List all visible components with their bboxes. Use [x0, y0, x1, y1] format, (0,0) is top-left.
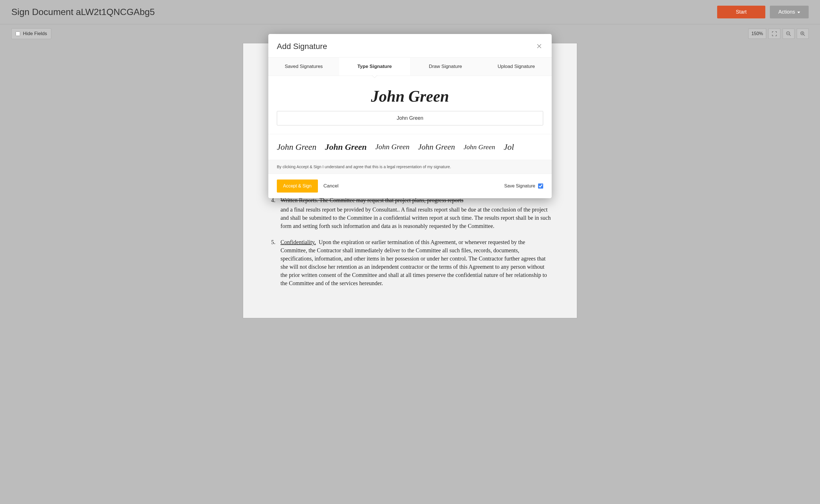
list-item: 4. Written Reports. The Committee may re… [269, 196, 551, 230]
close-icon [536, 43, 542, 49]
legal-disclaimer: By clicking Accept & Sign I understand a… [268, 160, 552, 174]
actions-label: Actions [778, 9, 795, 15]
page-header: Sign Document aLW2t1QNCGAbg5 Start Actio… [0, 0, 820, 24]
zoom-in-icon [800, 31, 806, 37]
signature-tabs: Saved Signatures Type Signature Draw Sig… [268, 57, 552, 76]
signature-preview-text: John Green [277, 87, 543, 105]
signature-style-option[interactable]: John Green [375, 143, 409, 151]
zoom-out-icon [786, 31, 791, 37]
item-number: 4. [269, 196, 275, 230]
modal-header: Add Signature [268, 34, 552, 57]
modal-title: Add Signature [277, 42, 327, 51]
signature-preview: John Green [268, 76, 552, 111]
svg-line-1 [789, 35, 791, 36]
zoom-out-button[interactable] [783, 29, 795, 39]
zoom-level[interactable]: 150% [748, 29, 766, 39]
signature-style-option[interactable]: John Green [418, 142, 455, 151]
modal-footer: Accept & Sign Cancel Save Signature [268, 174, 552, 198]
zoom-tools: 150% [748, 29, 809, 39]
section-body: Upon the expiration or earlier terminati… [280, 239, 547, 286]
accept-sign-button[interactable]: Accept & Sign [277, 180, 318, 193]
tab-upload-signature[interactable]: Upload Signature [481, 57, 552, 76]
signature-style-option[interactable]: John Green [325, 142, 367, 152]
signature-style-option[interactable]: John Green [464, 143, 495, 151]
hide-fields-label: Hide Fields [23, 31, 47, 37]
header-actions: Start Actions [717, 6, 809, 18]
fit-screen-icon [772, 31, 777, 37]
chevron-down-icon [797, 12, 800, 13]
signature-style-picker: John Green John Green John Green John Gr… [268, 134, 552, 160]
tab-type-signature[interactable]: Type Signature [339, 57, 410, 76]
svg-line-4 [804, 35, 805, 36]
save-signature-toggle[interactable]: Save Signature [504, 183, 543, 189]
hide-fields-toggle[interactable]: Hide Fields [11, 28, 51, 39]
hide-fields-checkbox[interactable] [16, 31, 20, 36]
start-button[interactable]: Start [717, 6, 765, 18]
signature-style-option[interactable]: John Green [277, 142, 316, 152]
actions-button[interactable]: Actions [770, 6, 809, 18]
close-button[interactable] [535, 42, 543, 51]
section-body: and a final results report be provided b… [280, 206, 551, 229]
zoom-in-button[interactable] [797, 29, 809, 39]
list-item: 5. Confidentiality. Upon the expiration … [269, 238, 551, 287]
save-signature-label: Save Signature [504, 183, 535, 189]
signature-name-input[interactable] [277, 111, 543, 125]
tab-draw-signature[interactable]: Draw Signature [410, 57, 481, 76]
page-title: Sign Document aLW2t1QNCGAbg5 [11, 7, 155, 17]
add-signature-modal: Add Signature Saved Signatures Type Sign… [268, 34, 552, 198]
signature-style-option[interactable]: Jol [504, 142, 514, 152]
item-number: 5. [269, 238, 275, 287]
section-title: Confidentiality. [280, 239, 316, 245]
signature-name-input-wrap [268, 111, 552, 134]
tab-saved-signatures[interactable]: Saved Signatures [268, 57, 339, 76]
cancel-button[interactable]: Cancel [323, 183, 338, 189]
save-signature-checkbox[interactable] [538, 183, 543, 189]
fit-screen-button[interactable] [768, 29, 780, 39]
